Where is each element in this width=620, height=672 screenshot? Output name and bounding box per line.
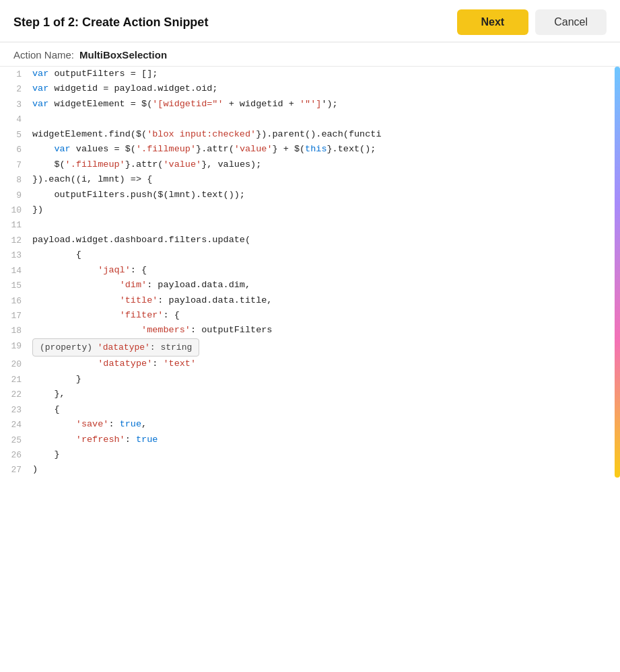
scrollbar[interactable] — [615, 67, 620, 478]
code-token: }) — [32, 204, 43, 215]
code-token — [32, 265, 98, 275]
cancel-button[interactable]: Cancel — [535, 9, 607, 35]
table-row: 11 — [0, 217, 620, 232]
line-code: payload.widget.dashboard.filters.update( — [30, 233, 620, 248]
line-number: 2 — [0, 81, 30, 96]
code-token: + widgetid + — [223, 99, 300, 109]
line-code: var outputFilters = []; — [30, 67, 620, 81]
line-number: 6 — [0, 142, 30, 157]
line-code: 'title': payload.data.title, — [30, 293, 620, 308]
code-token — [32, 144, 54, 154]
line-number: 3 — [0, 97, 30, 112]
line-number: 19 — [0, 338, 30, 357]
line-code: widgetElement.find($('blox input:checked… — [30, 127, 620, 142]
table-row: 6 var values = $('.fillmeup'}.attr('valu… — [0, 142, 620, 157]
code-token: true — [120, 419, 141, 429]
code-token: 'dim' — [120, 280, 147, 290]
code-token: 'save' — [76, 419, 109, 429]
code-token — [32, 419, 76, 429]
code-token: } — [32, 374, 81, 384]
table-row: 9 outputFilters.push($(lmnt).text()); — [0, 188, 620, 202]
code-token: 'value' — [163, 159, 201, 170]
line-code: var widgetElement = $('[widgetid="' + wi… — [30, 97, 620, 112]
line-number: 4 — [0, 112, 30, 126]
code-table: 1var outputFilters = [];2var widgetid = … — [0, 67, 620, 478]
line-number: 16 — [0, 293, 30, 308]
code-token: }).each((i, lmnt) => { — [32, 174, 152, 184]
code-token — [32, 325, 141, 335]
table-row: 3var widgetElement = $('[widgetid="' + w… — [0, 97, 620, 112]
code-token: } + $( — [273, 144, 306, 154]
code-token: widgetElement = $( — [54, 99, 152, 109]
table-row: 12payload.widget.dashboard.filters.updat… — [0, 233, 620, 248]
code-token: outputFilters.push($(lmnt).text()); — [32, 190, 245, 200]
code-token: payload.widget.dashboard.filters.update( — [32, 235, 250, 245]
code-token: var — [32, 99, 54, 109]
header-left: Step 1 of 2: Create Action Snippet — [13, 15, 208, 30]
line-number: 1 — [0, 67, 30, 81]
code-token: 'text' — [163, 359, 196, 369]
line-number: 23 — [0, 402, 30, 417]
code-token: outputFilters = []; — [54, 69, 158, 79]
code-token — [32, 435, 76, 445]
code-token: '"'] — [300, 99, 321, 109]
code-token: '[widgetid="' — [152, 99, 223, 109]
code-token — [32, 280, 120, 290]
table-row: 27) — [0, 462, 620, 477]
line-code: }) — [30, 202, 620, 217]
line-code: { — [30, 402, 620, 417]
code-token: '.fillmeup' — [136, 144, 196, 154]
line-number: 17 — [0, 308, 30, 323]
code-token: widgetElement.find($( — [32, 129, 147, 139]
action-name-value: MultiBoxSelection — [79, 49, 167, 61]
code-token: } — [32, 449, 60, 459]
next-button[interactable]: Next — [457, 9, 529, 35]
line-number: 26 — [0, 447, 30, 462]
line-code: 'jaql': { — [30, 263, 620, 278]
code-token: 'members' — [141, 325, 191, 335]
line-code: } — [30, 447, 620, 462]
code-token: : — [125, 435, 136, 445]
line-number: 13 — [0, 248, 30, 262]
action-name-row: Action Name: MultiBoxSelection — [0, 42, 620, 66]
line-code: outputFilters.push($(lmnt).text()); — [30, 188, 620, 202]
code-token: 'filter' — [120, 310, 164, 320]
table-row: 15 'dim': payload.data.dim, — [0, 278, 620, 293]
table-row: 10}) — [0, 202, 620, 217]
line-number: 8 — [0, 172, 30, 187]
step-title: Step 1 of 2: Create Action Snippet — [13, 15, 208, 29]
code-token: values = $( — [76, 144, 136, 154]
line-code: 'members': outputFilters — [30, 323, 620, 338]
line-code: 'dim': payload.data.dim, — [30, 278, 620, 293]
code-token: : { — [163, 310, 179, 320]
code-token: '); — [321, 99, 337, 109]
code-token: 'blox input:checked' — [147, 129, 256, 139]
action-name-label: Action Name: — [13, 49, 74, 61]
line-code: }, — [30, 387, 620, 402]
line-number: 22 — [0, 387, 30, 402]
line-code: { — [30, 248, 620, 262]
table-row: 2var widgetid = payload.widget.oid; — [0, 81, 620, 96]
code-token — [32, 359, 98, 369]
line-number: 24 — [0, 417, 30, 432]
line-code: var widgetid = payload.widget.oid; — [30, 81, 620, 96]
table-row: 22 }, — [0, 387, 620, 402]
line-number: 25 — [0, 433, 30, 447]
code-token: { — [32, 250, 81, 260]
tooltip-box: (property) 'datatype': string — [32, 338, 199, 357]
code-token: widgetid = payload.widget.oid; — [54, 83, 217, 94]
line-number: 20 — [0, 357, 30, 371]
code-token: { — [32, 404, 60, 414]
line-code: ) — [30, 462, 620, 477]
line-code — [30, 217, 620, 232]
code-token: var — [32, 69, 54, 79]
code-token: , — [141, 419, 147, 429]
code-token: : outputFilters — [191, 325, 273, 335]
line-code: } — [30, 372, 620, 387]
code-token: var — [32, 83, 54, 94]
line-number: 10 — [0, 202, 30, 217]
table-row: 21 } — [0, 372, 620, 387]
code-token: }, values); — [201, 159, 261, 170]
line-code: 'refresh': true — [30, 433, 620, 447]
table-row: 24 'save': true, — [0, 417, 620, 432]
